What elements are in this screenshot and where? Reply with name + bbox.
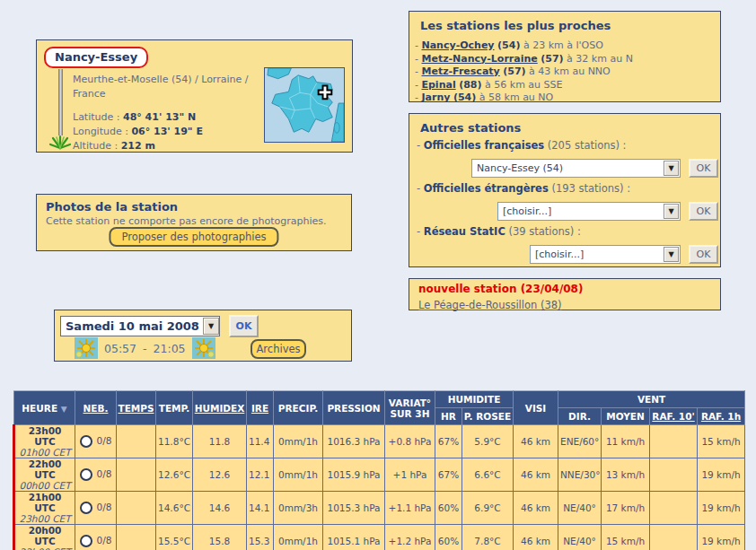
cell-pression: 1015.1 hPa — [323, 525, 385, 550]
nearest-station-link[interactable]: Nancy-Ochey — [421, 39, 494, 51]
col-header-hr: HR — [435, 408, 462, 425]
weather-station-page: Nancy-Essey Meurthe-et-Moselle (54) / Lo… — [0, 0, 756, 550]
sunset-time: 21:05 — [154, 342, 186, 355]
sort-desc-icon[interactable]: ▼ — [61, 405, 67, 414]
station-details: Meurthe-et-Moselle (54) / Lorraine / Fra… — [73, 73, 257, 153]
cell-variation: +0.8 hPa — [385, 425, 435, 458]
cell-nebulosity: 0/8 — [75, 425, 117, 458]
station-name-badge: Nancy-Essey — [44, 47, 148, 68]
cell-ire: 12.1 — [247, 458, 274, 492]
sunset-icon — [192, 337, 215, 359]
col-header-ire[interactable]: IRE — [247, 391, 274, 425]
nearest-station-link[interactable]: Metz-Frescaty — [421, 65, 499, 77]
nearest-stations-list: - Nancy-Ochey (54) à 23 km à l'OSO - Met… — [415, 39, 709, 105]
photos-title: Photos de la station — [46, 200, 342, 214]
col-header-neb[interactable]: NEB. — [75, 391, 117, 425]
cell-wind-dir: NE/40° — [558, 492, 602, 525]
static-network-ok-button[interactable]: OK — [689, 245, 718, 264]
archives-button[interactable]: Archives — [251, 339, 306, 359]
col-header-heure[interactable]: HEURE ▼ — [14, 391, 75, 425]
cell-temps — [117, 425, 156, 458]
french-official-ok-button[interactable]: OK — [689, 159, 718, 178]
cell-wind-dir: ENE/60° — [558, 425, 602, 458]
cell-wind-dir: NE/40° — [558, 525, 602, 550]
chevron-down-icon[interactable]: ▼ — [203, 318, 219, 335]
nearest-station-item: - Epinal (88) à 56 km au SSE — [415, 79, 709, 92]
col-header-humidex[interactable]: HUMIDEX — [193, 391, 247, 425]
new-station-link[interactable]: Le Péage-de-Roussillon (38) — [418, 299, 562, 311]
col-header-raf1h[interactable]: RAF. 1h — [698, 408, 745, 425]
cell-variation: +1.1 hPa — [385, 492, 435, 525]
cell-humidex: 14.6 — [193, 492, 247, 525]
cell-gust-1h: 19 km/h — [698, 525, 745, 550]
obs-table-row: 21h00 UTC 23h00 CET 0/8 14.6°C 14.6 14.1… — [14, 492, 745, 525]
cloud-cover-icon — [80, 502, 92, 514]
nearest-station-item: - Metz-Frescaty (57) à 43 km au NNO — [415, 65, 709, 79]
date-select[interactable]: Samedi 10 mai 2008 ▼ — [60, 316, 220, 336]
new-station-title: nouvelle station (23/04/08) — [418, 283, 711, 295]
col-group-vent: VENT — [558, 391, 745, 408]
cell-pression: 1015.9 hPa — [323, 458, 385, 492]
cell-heure: 22h00 UTC 00h00 CET — [14, 458, 75, 492]
obs-table-row: 22h00 UTC 00h00 CET 0/8 12.6°C 12.6 12.1… — [14, 458, 745, 492]
chevron-down-icon[interactable]: ▼ — [664, 247, 679, 262]
cell-rosee: 6.9°C — [462, 492, 514, 525]
static-network-label: - Réseau StatIC (39 stations) : — [417, 225, 581, 238]
cloud-cover-icon — [80, 468, 92, 481]
chevron-down-icon[interactable]: ▼ — [664, 161, 679, 176]
foreign-official-select[interactable]: [choisir...] ▼ — [497, 202, 681, 221]
grass-icon — [48, 128, 73, 150]
cell-temperature: 15.5°C — [156, 525, 193, 550]
sunrise-time: 05:57 — [104, 342, 136, 355]
cell-gust-1h: 15 km/h — [698, 425, 745, 458]
nearest-stations-title: Les stations les plus proches — [420, 19, 709, 32]
cell-precip: 0mm/1h — [274, 458, 323, 492]
col-header-raf10[interactable]: RAF. 10' — [650, 408, 698, 425]
cell-wind-mean: 11 km/h — [602, 425, 650, 458]
nearest-station-item: - Metz-Nancy-Lorraine (57) à 32 km au N — [415, 53, 709, 66]
cell-precip: 0mm/1h — [274, 425, 323, 458]
cell-wind-dir: NNE/30° — [558, 458, 602, 492]
cell-heure: 21h00 UTC 23h00 CET — [14, 492, 75, 525]
france-map — [264, 67, 345, 143]
foreign-official-select-value: [choisir...] — [503, 205, 551, 217]
cell-ire: 15.3 — [247, 525, 274, 550]
station-longitude: Longitude : 06° 13' 19" E — [73, 125, 257, 139]
obs-table-body: 23h00 UTC 01h00 CET 0/8 11.8°C 11.8 11.4… — [14, 425, 745, 550]
nearest-station-link[interactable]: Metz-Nancy-Lorraine — [421, 53, 537, 65]
station-latitude: Latitude : 48° 41' 13" N — [73, 110, 257, 125]
col-header-temps[interactable]: TEMPS — [117, 391, 156, 425]
station-info-box: Nancy-Essey Meurthe-et-Moselle (54) / Lo… — [36, 39, 353, 153]
cell-ire: 14.1 — [247, 492, 274, 525]
nearest-station-link[interactable]: Jarny — [421, 92, 450, 103]
observations-table: HEURE ▼ NEB. TEMPS TEMP. HUMIDEX IRE PRE… — [13, 390, 745, 550]
french-official-select[interactable]: Nancy-Essey (54) ▼ — [471, 159, 681, 178]
col-header-pression: PRESSION — [323, 391, 385, 425]
cell-rosee: 6.6°C — [462, 458, 514, 492]
station-altitude: Altitude : 212 m — [73, 139, 257, 153]
sun-times: 05:57 - 21:05 — [75, 337, 215, 359]
col-header-dir: DIR. — [558, 408, 602, 425]
col-header-precip: PRECIP. — [274, 391, 323, 425]
col-header-rosee: P. ROSEE — [462, 408, 514, 425]
foreign-official-ok-button[interactable]: OK — [689, 202, 718, 221]
cell-nebulosity: 0/8 — [75, 458, 117, 492]
cell-humidex: 11.8 — [193, 425, 247, 458]
cell-gust-10min — [650, 492, 698, 525]
cell-precip: 0mm/1h — [274, 525, 323, 550]
obs-table-row: 23h00 UTC 01h00 CET 0/8 11.8°C 11.8 11.4… — [14, 425, 745, 458]
static-network-select-value: [choisir...] — [535, 249, 584, 260]
cell-heure: 20h00 UTC 22h00 CET — [14, 525, 75, 550]
date-select-value: Samedi 10 mai 2008 — [66, 319, 199, 333]
chevron-down-icon[interactable]: ▼ — [664, 204, 679, 219]
nearest-station-item: - Nancy-Ochey (54) à 23 km à l'OSO — [415, 39, 709, 53]
static-network-select[interactable]: [choisir...] ▼ — [530, 245, 681, 264]
date-ok-button[interactable]: OK — [229, 315, 259, 337]
cell-hr: 60% — [435, 525, 462, 550]
date-box: Samedi 10 mai 2008 ▼ OK 05:57 - 21:05 — [54, 310, 352, 362]
nearest-station-link[interactable]: Epinal — [421, 79, 455, 91]
propose-photos-button[interactable]: Proposer des photographies — [109, 227, 278, 247]
cell-temps — [117, 525, 156, 550]
cell-hr: 60% — [435, 492, 462, 525]
cell-pression: 1015.3 hPa — [323, 492, 385, 525]
